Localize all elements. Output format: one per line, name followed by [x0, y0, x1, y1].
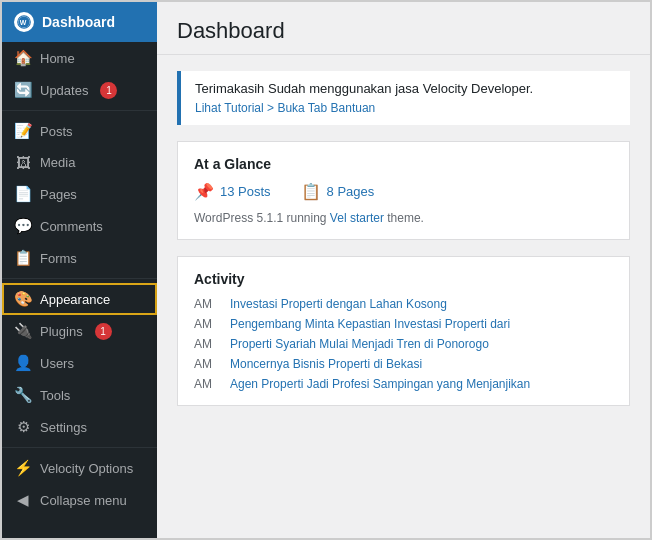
pages-icon: 📄: [14, 185, 32, 203]
updates-badge: 1: [100, 82, 117, 99]
activity-time: AM: [194, 297, 222, 311]
activity-link[interactable]: Investasi Properti dengan Lahan Kosong: [230, 297, 447, 311]
sidebar: W Dashboard 🏠 Home 🔄 Updates 1 📝 Posts 🖼…: [2, 2, 157, 538]
sidebar-item-settings[interactable]: ⚙ Settings: [2, 411, 157, 443]
activity-section: Activity AM Investasi Properti dengan La…: [177, 256, 630, 406]
stat-pages-icon: 📋: [301, 182, 321, 201]
sidebar-divider-2: [2, 278, 157, 279]
plugins-icon: 🔌: [14, 322, 32, 340]
updates-icon: 🔄: [14, 81, 32, 99]
stat-posts: 📌 13 Posts: [194, 182, 271, 201]
sidebar-item-label: Home: [40, 51, 75, 66]
sidebar-item-label: Collapse menu: [40, 493, 127, 508]
sidebar-divider-3: [2, 447, 157, 448]
version-text: WordPress 5.1.1 running: [194, 211, 327, 225]
sidebar-item-home[interactable]: 🏠 Home: [2, 42, 157, 74]
sidebar-item-appearance[interactable]: 🎨 Appearance ①: [2, 283, 157, 315]
tools-icon: 🔧: [14, 386, 32, 404]
notice-box: Terimakasih Sudah menggunakan jasa Veloc…: [177, 71, 630, 125]
activity-time: AM: [194, 317, 222, 331]
sidebar-item-plugins[interactable]: 🔌 Plugins 1: [2, 315, 157, 347]
activity-link[interactable]: Pengembang Minta Kepastian Investasi Pro…: [230, 317, 510, 331]
home-icon: 🏠: [14, 49, 32, 67]
sidebar-item-users[interactable]: 👤 Users: [2, 347, 157, 379]
sidebar-item-updates[interactable]: 🔄 Updates 1: [2, 74, 157, 106]
list-item: AM Moncernya Bisnis Properti di Bekasi: [194, 357, 613, 371]
sidebar-item-velocity[interactable]: ⚡ Velocity Options: [2, 452, 157, 484]
comments-icon: 💬: [14, 217, 32, 235]
notice-link[interactable]: Lihat Tutorial > Buka Tab Bantuan: [195, 101, 375, 115]
glance-stats: 📌 13 Posts 📋 8 Pages: [194, 182, 613, 201]
sidebar-item-media[interactable]: 🖼 Media: [2, 147, 157, 178]
activity-time: AM: [194, 357, 222, 371]
sidebar-item-collapse[interactable]: ◀ Collapse menu: [2, 484, 157, 516]
sidebar-item-forms[interactable]: 📋 Forms: [2, 242, 157, 274]
sidebar-item-label: Pages: [40, 187, 77, 202]
wordpress-icon: W: [14, 12, 34, 32]
users-icon: 👤: [14, 354, 32, 372]
appearance-icon: 🎨: [14, 290, 32, 308]
activity-list: AM Investasi Properti dengan Lahan Koson…: [194, 297, 613, 391]
stat-pages-link[interactable]: 8 Pages: [327, 184, 375, 199]
sidebar-item-comments[interactable]: 💬 Comments: [2, 210, 157, 242]
collapse-icon: ◀: [14, 491, 32, 509]
sidebar-item-label: Tools: [40, 388, 70, 403]
sidebar-item-label: Users: [40, 356, 74, 371]
stat-posts-link[interactable]: 13 Posts: [220, 184, 271, 199]
sidebar-item-label: Velocity Options: [40, 461, 133, 476]
activity-title: Activity: [194, 271, 613, 287]
activity-link[interactable]: Properti Syariah Mulai Menjadi Tren di P…: [230, 337, 489, 351]
sidebar-item-posts[interactable]: 📝 Posts: [2, 115, 157, 147]
activity-link[interactable]: Moncernya Bisnis Properti di Bekasi: [230, 357, 422, 371]
sidebar-item-label: Appearance: [40, 292, 110, 307]
list-item: AM Investasi Properti dengan Lahan Koson…: [194, 297, 613, 311]
plugins-badge: 1: [95, 323, 112, 340]
list-item: AM Pengembang Minta Kepastian Investasi …: [194, 317, 613, 331]
sidebar-title: Dashboard: [42, 14, 115, 30]
content-header: Dashboard: [157, 2, 650, 55]
svg-text:W: W: [20, 19, 27, 26]
sidebar-item-label: Comments: [40, 219, 103, 234]
main-content: Dashboard Terimakasih Sudah menggunakan …: [157, 2, 650, 538]
theme-suffix: theme.: [387, 211, 424, 225]
glance-version: WordPress 5.1.1 running Vel starter them…: [194, 211, 613, 225]
posts-icon: 📝: [14, 122, 32, 140]
sidebar-item-tools[interactable]: 🔧 Tools: [2, 379, 157, 411]
stat-pages: 📋 8 Pages: [301, 182, 375, 201]
activity-time: AM: [194, 377, 222, 391]
media-icon: 🖼: [14, 154, 32, 171]
sidebar-item-label: Settings: [40, 420, 87, 435]
activity-time: AM: [194, 337, 222, 351]
activity-link[interactable]: Agen Properti Jadi Profesi Sampingan yan…: [230, 377, 530, 391]
notice-text: Terimakasih Sudah menggunakan jasa Veloc…: [195, 81, 616, 96]
at-a-glance-section: At a Glance 📌 13 Posts 📋 8 Pages WordPre…: [177, 141, 630, 240]
settings-icon: ⚙: [14, 418, 32, 436]
at-a-glance-title: At a Glance: [194, 156, 613, 172]
sidebar-item-label: Plugins: [40, 324, 83, 339]
list-item: AM Agen Properti Jadi Profesi Sampingan …: [194, 377, 613, 391]
sidebar-item-label: Posts: [40, 124, 73, 139]
sidebar-header[interactable]: W Dashboard: [2, 2, 157, 42]
page-title: Dashboard: [177, 18, 630, 44]
content-body: Terimakasih Sudah menggunakan jasa Veloc…: [157, 55, 650, 422]
forms-icon: 📋: [14, 249, 32, 267]
sidebar-item-label: Forms: [40, 251, 77, 266]
theme-link[interactable]: Vel starter: [330, 211, 384, 225]
sidebar-item-label: Media: [40, 155, 75, 170]
list-item: AM Properti Syariah Mulai Menjadi Tren d…: [194, 337, 613, 351]
stat-posts-icon: 📌: [194, 182, 214, 201]
velocity-icon: ⚡: [14, 459, 32, 477]
sidebar-item-label: Updates: [40, 83, 88, 98]
sidebar-item-pages[interactable]: 📄 Pages: [2, 178, 157, 210]
sidebar-divider-1: [2, 110, 157, 111]
appearance-dropdown-container: 🎨 Appearance ① Themes Customize Widgets …: [2, 283, 157, 315]
